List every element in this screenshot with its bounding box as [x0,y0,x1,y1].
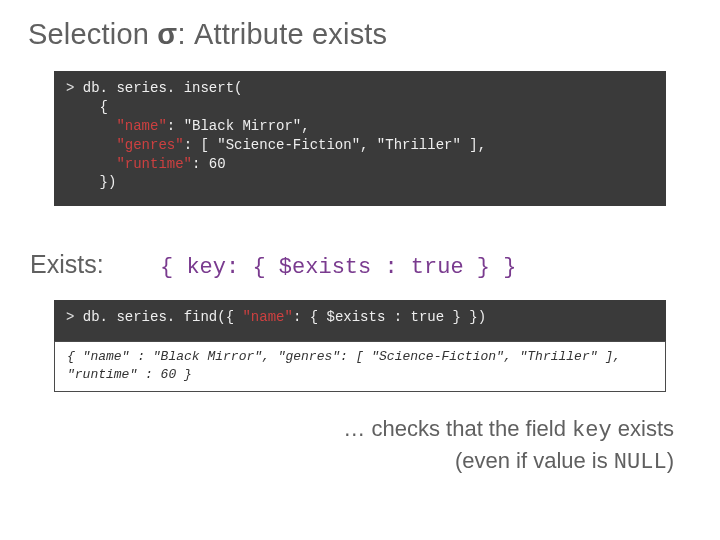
sigma-symbol: σ [157,18,177,50]
caption-line1-b: exists [612,416,674,441]
caption-null: NULL [614,450,667,475]
title-prefix: Selection [28,18,157,50]
result-text: { "name" : "Black Mirror", "genres": [ "… [67,349,621,382]
exists-label: Exists: [30,250,160,279]
exists-expression: { key: { $exists : true } } [160,255,516,280]
caption-line2-a: (even if value is [455,448,614,473]
exists-row: Exists: { key: { $exists : true } } [28,250,692,280]
code-line: : "Black Mirror", [167,118,310,134]
code-line: : [ "Science-Fiction", "Thriller" ], [184,137,486,153]
caption-key: key [572,418,612,443]
prompt: > [66,80,83,96]
slide-title: Selection σ: Attribute exists [28,18,692,51]
json-key-name: "name" [66,118,167,134]
prompt: > [66,309,83,325]
json-key-genres: "genres" [66,137,184,153]
slide: Selection σ: Attribute exists > db. seri… [0,0,720,540]
caption: … checks that the field key exists (even… [28,414,692,477]
code-line: db. series. insert( [83,80,243,96]
json-key-runtime: "runtime" [66,156,192,172]
code-line: : 60 [192,156,226,172]
title-suffix: : Attribute exists [177,18,387,50]
code-find-block: > db. series. find({ "name": { $exists :… [54,300,666,341]
code-line: db. series. find({ [83,309,243,325]
caption-line2-b: ) [667,448,674,473]
code-line: { [66,99,108,115]
code-line: : { $exists : true } }) [293,309,486,325]
code-line: }) [66,174,116,190]
caption-line1-a: … checks that the field [343,416,572,441]
json-key-name: "name" [242,309,292,325]
code-insert-block: > db. series. insert( { "name": "Black M… [54,71,666,206]
result-block: { "name" : "Black Mirror", "genres": [ "… [54,341,666,392]
